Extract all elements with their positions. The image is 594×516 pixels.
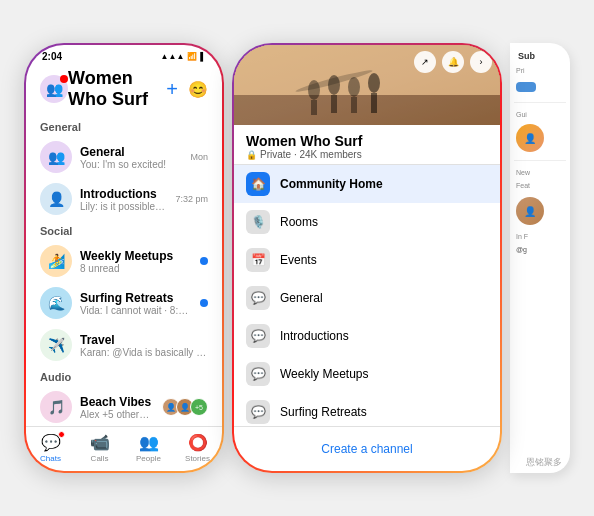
- intro-icon: 💬: [246, 324, 270, 348]
- divider: [514, 160, 566, 161]
- chat-meta: Mon: [190, 152, 208, 162]
- new-label: New: [514, 169, 566, 176]
- section-social: Social: [26, 220, 222, 240]
- nav-label-stories: Stories: [185, 454, 210, 463]
- create-channel-button[interactable]: Create a channel: [246, 435, 488, 463]
- menu-label: Rooms: [280, 215, 318, 229]
- avatar: 👥: [40, 141, 72, 173]
- general-icon: 💬: [246, 286, 270, 310]
- mini-avatar-2: 👤: [516, 197, 544, 225]
- menu-item-general[interactable]: 💬 General: [234, 279, 500, 317]
- menu-label: Weekly Meetups: [280, 367, 368, 381]
- chats-icon: 💬: [41, 434, 61, 451]
- nav-people[interactable]: 👥 People: [124, 433, 173, 463]
- menu-item-introductions[interactable]: 💬 Introductions: [234, 317, 500, 355]
- chat-name: Introductions: [80, 187, 167, 201]
- section-general: General: [26, 116, 222, 136]
- chat-name: Beach Vibes: [80, 395, 154, 409]
- chats-badge: [58, 431, 65, 438]
- share-button[interactable]: ↗: [414, 51, 436, 73]
- bell-button[interactable]: 🔔: [442, 51, 464, 73]
- list-item[interactable]: 👥 General You: I'm so excited! Mon: [26, 136, 222, 178]
- lock-icon: 🔒: [246, 150, 257, 160]
- avatar: 🎵: [40, 391, 72, 423]
- people-icon: 👥: [139, 433, 159, 452]
- list-item[interactable]: 🎵 Beach Vibes Alex +5 others are in here…: [26, 386, 222, 426]
- left-phone: 2:04 ▲▲▲ 📶 ▌ 👥 Women Who Surf + 😊 Genera…: [24, 43, 224, 473]
- wifi-icon: 📶: [187, 52, 197, 61]
- menu-item-weekly-meetups[interactable]: 💬 Weekly Meetups: [234, 355, 500, 393]
- nav-label-chats: Chats: [40, 454, 61, 463]
- chat-preview: Vida: I cannot wait · 8:03 pm: [80, 305, 192, 316]
- right-phone: ↗ 🔔 › Women Who Surf 🔒 Private · 24K mem…: [232, 43, 502, 473]
- community-details: Private · 24K members: [260, 149, 362, 160]
- menu-label: General: [280, 291, 323, 305]
- menu-label: Introductions: [280, 329, 349, 343]
- community-menu-list: 🏠 Community Home 🎙️ Rooms 📅 Events 💬 Gen…: [234, 165, 500, 426]
- menu-item-events[interactable]: 📅 Events: [234, 241, 500, 279]
- list-item[interactable]: 🏄 Weekly Meetups 8 unread: [26, 240, 222, 282]
- notification-dot: [60, 75, 68, 83]
- page-title: Women Who Surf: [68, 68, 166, 110]
- color-dot-blue: [516, 82, 536, 92]
- menu-item-rooms[interactable]: 🎙️ Rooms: [234, 203, 500, 241]
- sub-panel-label: Sub: [514, 51, 566, 61]
- avatar: ✈️: [40, 329, 72, 361]
- retreats-icon: 💬: [246, 400, 270, 424]
- chat-name: General: [80, 145, 182, 159]
- menu-icon[interactable]: 😊: [188, 80, 208, 99]
- feat-label: Feat: [514, 182, 566, 189]
- signal-icon: ▲▲▲: [161, 52, 185, 61]
- chat-preview: Lily: is it possible to get the Di...: [80, 201, 167, 212]
- chat-meta: [200, 257, 208, 265]
- chat-name: Surfing Retreats: [80, 291, 192, 305]
- chat-info: Surfing Retreats Vida: I cannot wait · 8…: [80, 291, 192, 316]
- section-audio: Audio: [26, 366, 222, 386]
- chevron-right-icon[interactable]: ›: [470, 51, 492, 73]
- main-header: 👥 Women Who Surf + 😊: [26, 64, 222, 116]
- svg-point-8: [368, 73, 380, 93]
- main-container: 2:04 ▲▲▲ 📶 ▌ 👥 Women Who Surf + 😊 Genera…: [24, 43, 570, 473]
- chat-time: 7:32 pm: [175, 194, 208, 204]
- nav-stories[interactable]: ⭕ Stories: [173, 433, 222, 463]
- chat-info: Introductions Lily: is it possible to ge…: [80, 187, 167, 212]
- chat-preview: You: I'm so excited!: [80, 159, 182, 170]
- events-icon: 📅: [246, 248, 270, 272]
- list-item[interactable]: 👤 Introductions Lily: is it possible to …: [26, 178, 222, 220]
- stories-icon: ⭕: [188, 433, 208, 452]
- menu-item-community-home[interactable]: 🏠 Community Home: [234, 165, 500, 203]
- community-meta: 🔒 Private · 24K members: [246, 149, 488, 160]
- meetups-icon: 💬: [246, 362, 270, 386]
- chat-info: Weekly Meetups 8 unread: [80, 249, 192, 274]
- menu-label: Community Home: [280, 177, 383, 191]
- avatar: 🏄: [40, 245, 72, 277]
- divider: [514, 102, 566, 103]
- header-actions: ↗ 🔔 ›: [414, 51, 492, 73]
- chat-info: General You: I'm so excited!: [80, 145, 182, 170]
- status-icons-left: ▲▲▲ 📶 ▌: [161, 52, 206, 61]
- header-icons: + 😊: [166, 78, 208, 101]
- nav-calls[interactable]: 📹 Calls: [75, 433, 124, 463]
- list-item[interactable]: 🌊 Surfing Retreats Vida: I cannot wait ·…: [26, 282, 222, 324]
- nav-chats[interactable]: 💬 Chats: [26, 433, 75, 463]
- home-icon: 🏠: [246, 172, 270, 196]
- chat-name: Weekly Meetups: [80, 249, 192, 263]
- calls-icon: 📹: [90, 433, 110, 452]
- sub-panel-subtext: Pri: [514, 67, 566, 74]
- chat-preview: Karan: @Vida is basically Maguyver · Wed: [80, 347, 208, 358]
- chat-info: Beach Vibes Alex +5 others are in here: [80, 395, 154, 420]
- participant-count: +5: [190, 398, 208, 416]
- avatar: 👤: [40, 183, 72, 215]
- community-info: Women Who Surf 🔒 Private · 24K members: [234, 125, 500, 165]
- menu-label: Surfing Retreats: [280, 405, 367, 419]
- add-icon[interactable]: +: [166, 78, 178, 101]
- chat-name: Travel: [80, 333, 208, 347]
- menu-item-surfing-retreats[interactable]: 💬 Surfing Retreats: [234, 393, 500, 426]
- bottom-navigation: 💬 Chats 📹 Calls 👥 People ⭕ Stories: [26, 426, 222, 471]
- time-left: 2:04: [42, 51, 62, 62]
- list-item[interactable]: ✈️ Travel Karan: @Vida is basically Magu…: [26, 324, 222, 366]
- mini-avatars: 👤: [514, 124, 566, 152]
- nav-label-calls: Calls: [91, 454, 109, 463]
- chat-list: General 👥 General You: I'm so excited! M…: [26, 116, 222, 426]
- chat-meta: 👤 👤 +5: [162, 398, 208, 416]
